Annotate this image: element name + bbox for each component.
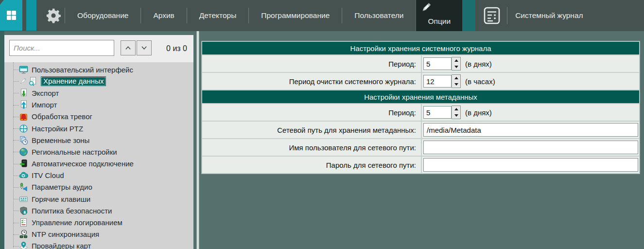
network-path-password-row: Пароль для сетевого пути: [202,157,639,173]
metadata-period-suffix: (в днях) [465,108,492,117]
spinner-down-icon [454,83,458,86]
syslog-cleanup-period-label: Период очистки системного журнала: [202,73,422,89]
sidebar-item-logging-management[interactable]: Управление логированием [4,216,193,228]
syslog-cleanup-period-input[interactable] [423,75,452,88]
top-navigation-bar: ОборудованиеАрхивДетекторыПрограммирован… [0,0,644,31]
globe-icon [19,147,28,157]
pencil-icon [18,77,27,86]
search-next-button[interactable] [137,40,152,55]
settings-button[interactable] [42,0,65,31]
sidebar-item-ntp-sync[interactable]: NTP синхронизация [4,229,193,240]
syslog-period-field: (в днях) [422,55,639,72]
syslog-period-decrement-button[interactable] [452,64,460,70]
syslog-period-increment-button[interactable] [452,57,460,64]
sidebar-item-label: Управление логированием [32,218,122,227]
sidebar-item-label: Горячие клавиши [32,195,90,203]
syslog-period-suffix: (в днях) [465,60,492,68]
sidebar-item-label: Настройки PTZ [32,124,83,133]
sidebar-item-label: Хранение данных [41,76,106,86]
sidebar-item-regional-settings[interactable]: Региональные настройки [4,146,193,158]
app-menu-button[interactable] [0,0,22,31]
sidebar-item-audio-params[interactable]: Параметры аудио [4,181,193,193]
metadata-period-decrement-button[interactable] [452,112,460,119]
syslog-cleanup-period-decrement-button[interactable] [452,81,460,88]
chevron-up-icon [125,46,131,50]
network-path-username-row: Имя пользователя для сетевого пути: [202,139,639,156]
sidebar-item-label: ITV Cloud [32,171,64,179]
settings-form: Настройки хранения системного журналаПер… [201,41,640,174]
sidebar-item-data-storage[interactable]: Хранение данных [4,75,193,87]
tab-label: Пользователи [354,11,403,20]
export-icon [19,89,28,98]
left-edge-strip [0,31,4,249]
tab-label: Программирование [261,11,330,20]
sidebar-item-ptz-settings[interactable]: Настройки PTZ [4,123,193,134]
pencil-icon [419,1,432,14]
search-input[interactable] [9,40,114,56]
sidebar-item-export[interactable]: Экспорт [4,87,193,99]
sidebar-item-label: Пользовательский интерфейс [32,66,133,74]
sidebar-item-time-zones[interactable]: Временные зоны [4,134,193,146]
settings-sidebar: 0 из 0 Пользовательский интерфейсХранени… [4,35,193,249]
spinner-up-icon [454,59,458,62]
settings-tree: Пользовательский интерфейсХранение данны… [4,62,193,249]
network-path-password-input[interactable] [423,158,638,172]
network-path-username-input[interactable] [423,141,638,154]
metadata-network-path-input[interactable] [423,123,638,137]
tab-archive[interactable]: Архив [141,0,186,31]
tab-options[interactable]: Опции [416,0,462,31]
sidebar-item-alarm-processing[interactable]: Обработка тревог [4,111,193,123]
app-grid-icon [6,10,17,20]
nav-tabs: ОборудованиеАрхивДетекторыПрограммирован… [65,0,462,31]
ptz-icon [19,124,28,133]
metadata-period-row: Период:(в днях) [202,104,639,121]
tab-users[interactable]: Пользователи [342,0,416,31]
search-prev-button[interactable] [121,40,136,55]
metadata-network-path-field [422,122,639,138]
gear-icon [45,7,62,24]
metadata-period-field: (в днях) [422,104,639,121]
import-icon [19,100,28,109]
sidebar-item-security-policy[interactable]: Политика безопасности [4,205,193,216]
section-header: Настройки хранения метаданных [202,90,639,103]
tab-programming[interactable]: Программирование [249,0,342,31]
sidebar-item-user-interface[interactable]: Пользовательский интерфейс [4,64,193,75]
spinner-down-icon [454,114,458,117]
sidebar-item-import[interactable]: Импорт [4,99,193,111]
ntp-icon [19,230,28,239]
sidebar-item-label: Автоматическое подключение [32,160,134,168]
sidebar-item-auto-connection[interactable]: Автоматическое подключение [4,158,193,170]
sidebar-item-label: NTP синхронизация [32,230,99,238]
metadata-period-increment-button[interactable] [452,106,460,112]
tab-label: Детекторы [199,11,236,20]
settings-panel: Настройки хранения системного журналаПер… [201,41,640,174]
sidebar-item-label: Импорт [32,101,57,109]
section-header: Настройки хранения системного журнала [202,42,639,54]
sidebar-item-label: Экспорт [32,89,59,97]
tab-detectors[interactable]: Детекторы [187,0,248,31]
syslog-period-input[interactable] [423,57,452,70]
sidebar-item-label: Политика безопасности [32,207,112,215]
cloud-icon [19,171,28,180]
accent-block [26,0,36,31]
sidebar-item-hotkeys[interactable]: Горячие клавиши [4,193,193,205]
metadata-period-input[interactable] [423,106,452,119]
tab-equipment[interactable]: Оборудование [65,0,140,31]
active-tab-accent-strip [462,0,475,31]
network-path-password-field [422,157,639,173]
network-path-username-field [422,139,639,156]
sidebar-item-map-providers[interactable]: Провайдеры карт [4,240,193,249]
chevron-down-icon [141,46,147,50]
system-journal-button[interactable]: Системный журнал [484,0,583,31]
maps-icon [19,241,28,249]
syslog-cleanup-period-row: Период очистки системного журнала:(в час… [202,73,639,89]
sidebar-item-label: Обработка тревог [32,112,92,121]
syslog-cleanup-period-increment-button[interactable] [452,75,460,81]
hotkeys-icon [19,195,28,204]
panel-splitter[interactable] [196,31,199,249]
syslog-period-spinner [452,57,461,71]
search-area: 0 из 0 [4,35,193,62]
sidebar-item-itv-cloud[interactable]: ITV Cloud [4,170,193,181]
sidebar-item-label: Параметры аудио [32,183,92,191]
tab-label: Архив [153,11,174,20]
